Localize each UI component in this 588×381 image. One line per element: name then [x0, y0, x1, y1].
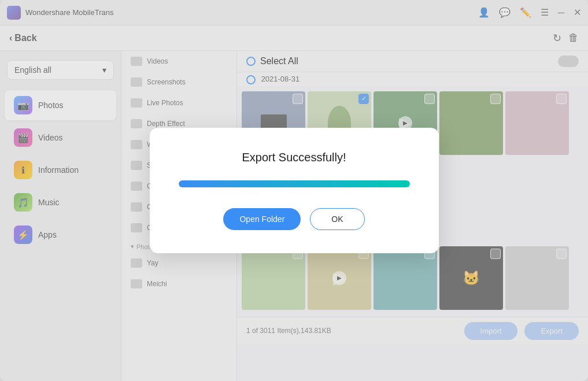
progress-bar-fill [179, 180, 410, 187]
ok-button[interactable]: OK [310, 208, 364, 230]
open-folder-button[interactable]: Open Folder [223, 208, 301, 230]
dialog-title: Export Successfully! [179, 151, 410, 164]
dialog-buttons: Open Folder OK [179, 208, 410, 230]
export-success-dialog: Export Successfully! Open Folder OK [150, 128, 439, 253]
modal-overlay: Export Successfully! Open Folder OK [0, 0, 588, 381]
app-window: Wondershare MobileTrans 👤 💬 ✏️ ☰ ─ ✕ ‹ B… [0, 0, 588, 381]
progress-bar-container [179, 180, 410, 187]
